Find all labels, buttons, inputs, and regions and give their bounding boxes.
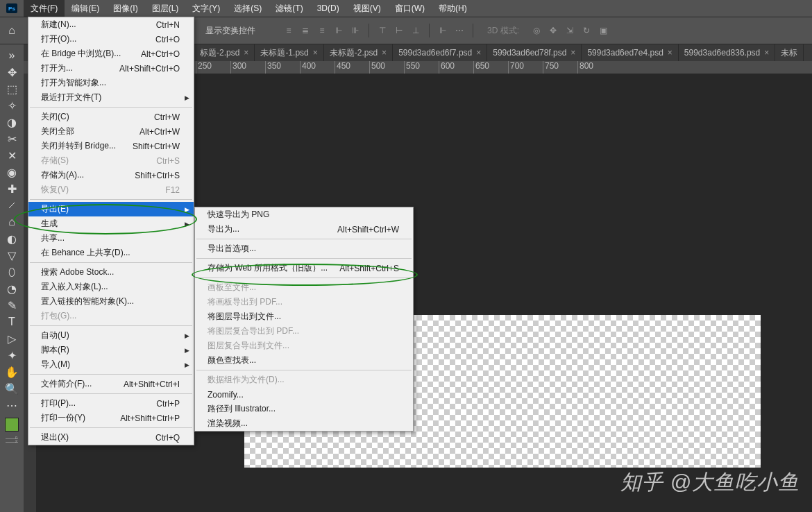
eraser-tool-icon[interactable]: ▽ [1, 247, 22, 264]
doc-tab[interactable]: 未标题-1.psd× [255, 44, 323, 61]
dist-icon[interactable]: ⊤ [375, 23, 390, 38]
menu-edit[interactable]: 编辑(E) [65, 0, 106, 17]
menu-item[interactable]: 最近打开文件(T)▶ [28, 90, 194, 105]
menu-item[interactable]: 打开(O)...Ctrl+O [28, 32, 194, 46]
marquee-tool-icon[interactable]: ⬚ [1, 80, 22, 97]
menu-item[interactable]: 打印一份(Y)Alt+Shift+Ctrl+P [28, 411, 194, 425]
menu-3d[interactable]: 3D(D) [310, 0, 346, 17]
quick-select-tool-icon[interactable]: ◑ [1, 114, 22, 130]
doc-tab[interactable]: 599d3ad6ed78f.psd× [487, 44, 582, 61]
close-icon[interactable]: × [382, 48, 387, 58]
type-tool-icon[interactable]: T [1, 314, 22, 330]
menu-item[interactable]: 打开为智能对象... [28, 76, 194, 90]
blur-tool-icon[interactable]: ◔ [1, 280, 22, 297]
eyedropper-tool-icon[interactable]: ◉ [1, 164, 22, 180]
history-brush-icon[interactable]: ◐ [1, 230, 22, 247]
gradient-tool-icon[interactable]: ⬯ [1, 264, 22, 280]
close-icon[interactable]: × [244, 48, 248, 58]
menu-item[interactable]: 存储为 Web 所用格式（旧版）...Alt+Shift+Ctrl+S [195, 261, 413, 275]
menu-item[interactable]: 导入(M)▶ [28, 357, 194, 372]
dist-icon[interactable]: ⊥ [408, 23, 423, 38]
close-icon[interactable]: × [570, 48, 575, 58]
healing-tool-icon[interactable]: ✚ [1, 180, 22, 197]
extras-icon[interactable]: ⋯ [1, 397, 22, 413]
hand-tool-icon[interactable]: ✋ [1, 364, 22, 380]
menu-item[interactable]: 导出(E)▶ [28, 202, 194, 216]
align-right-icon[interactable]: ≡ [314, 23, 330, 38]
menu-item[interactable]: 存储为(A)...Shift+Ctrl+S [28, 168, 194, 182]
zoom-tool-icon[interactable]: 🔍 [1, 380, 22, 397]
close-icon[interactable]: × [668, 48, 673, 58]
align-left-icon[interactable]: ≡ [281, 23, 296, 38]
menu-item[interactable]: Zoomify... [195, 387, 413, 402]
frame-tool-icon[interactable]: ✕ [1, 147, 22, 164]
close-icon[interactable]: × [313, 48, 318, 58]
doc-tab[interactable]: 599d3ad6ed6f7.psd× [393, 44, 487, 61]
align-center-icon[interactable]: ≣ [298, 23, 313, 38]
menu-help[interactable]: 帮助(H) [432, 0, 474, 17]
menu-item[interactable]: 颜色查找表... [195, 353, 413, 368]
menu-item[interactable]: 脚本(R)▶ [28, 343, 194, 357]
brush-tool-icon[interactable]: ⟋ [1, 197, 22, 214]
menu-item[interactable]: 搜索 Adobe Stock... [28, 265, 194, 280]
menu-window[interactable]: 窗口(W) [388, 0, 432, 17]
menu-item[interactable]: 退出(X)Ctrl+Q [28, 430, 194, 445]
menu-item[interactable]: 生成▶ [28, 216, 194, 231]
dist-icon[interactable]: ⊢ [391, 23, 407, 38]
menu-item[interactable]: 将图层导出到文件... [195, 309, 413, 324]
doc-tab[interactable]: 599d3ad6ed836.psd× [679, 44, 775, 61]
export-submenu-dropdown: 快速导出为 PNG导出为...Alt+Shift+Ctrl+W导出首选项...存… [194, 207, 414, 432]
grip-icon[interactable]: » [1, 47, 22, 64]
menu-item[interactable]: 置入嵌入对象(L)... [28, 280, 194, 294]
rotate-icon[interactable]: ↻ [579, 23, 594, 38]
menu-layer[interactable]: 图层(L) [145, 0, 186, 17]
menu-separator [196, 258, 412, 259]
menu-item[interactable]: 在 Bridge 中浏览(B)...Alt+Ctrl+O [28, 46, 194, 61]
menu-file[interactable]: 文件(F) [24, 0, 65, 17]
pan-icon[interactable]: ✥ [545, 23, 561, 38]
dist-icon[interactable]: ⊩ [435, 23, 450, 38]
more-icon[interactable]: ⋯ [452, 23, 467, 38]
menu-item[interactable]: 关闭并转到 Bridge...Shift+Ctrl+W [28, 139, 194, 153]
fg-color-swatch[interactable] [5, 418, 19, 432]
close-icon[interactable]: × [476, 48, 481, 58]
menu-item[interactable]: 渲染视频... [195, 416, 413, 431]
camera-icon[interactable]: ▣ [595, 23, 611, 38]
shape-tool-icon[interactable]: ✦ [1, 347, 22, 364]
menu-item[interactable]: 导出为...Alt+Shift+Ctrl+W [195, 222, 413, 237]
menu-item[interactable]: 在 Behance 上共享(D)... [28, 246, 194, 260]
menu-item[interactable]: 置入链接的智能对象(K)... [28, 294, 194, 309]
menu-item[interactable]: 关闭(C)Ctrl+W [28, 110, 194, 124]
path-select-tool-icon[interactable]: ▷ [1, 330, 22, 347]
stamp-tool-icon[interactable]: ⌂ [1, 214, 22, 230]
scale-icon[interactable]: ⇲ [562, 23, 577, 38]
home-icon[interactable]: ⌂ [0, 17, 24, 44]
menu-select[interactable]: 选择(S) [227, 0, 269, 17]
menu-filter[interactable]: 滤镜(T) [269, 0, 310, 17]
menu-item[interactable]: 关闭全部Alt+Ctrl+W [28, 124, 194, 139]
menu-item[interactable]: 路径到 Illustrator... [195, 402, 413, 416]
move-tool-icon[interactable]: ✥ [1, 64, 22, 80]
doc-tab[interactable]: 未标 [775, 44, 804, 61]
menu-item[interactable]: 文件简介(F)...Alt+Shift+Ctrl+I [28, 377, 194, 391]
menu-type[interactable]: 文字(Y) [185, 0, 227, 17]
doc-tab[interactable]: 599d3ad6ed7e4.psd× [582, 44, 678, 61]
lasso-tool-icon[interactable]: ✧ [1, 97, 22, 114]
align-icon[interactable]: ⊩ [331, 23, 346, 38]
doc-tab[interactable]: 标题-2.psd× [194, 44, 255, 61]
pen-tool-icon[interactable]: ✎ [1, 297, 22, 314]
align-icon[interactable]: ⊪ [348, 23, 363, 38]
menu-item[interactable]: 自动(U)▶ [28, 328, 194, 343]
doc-tab[interactable]: 未标题-2.psd× [324, 44, 393, 61]
menu-item[interactable]: 打印(P)...Ctrl+P [28, 396, 194, 411]
menu-item[interactable]: 快速导出为 PNG [195, 207, 413, 222]
crop-tool-icon[interactable]: ✂ [1, 130, 22, 147]
close-icon[interactable]: × [764, 48, 769, 58]
menu-item[interactable]: 导出首选项... [195, 241, 413, 256]
orbit-icon[interactable]: ◎ [529, 23, 544, 38]
menu-image[interactable]: 图像(I) [106, 0, 144, 17]
menu-item[interactable]: 打开为...Alt+Shift+Ctrl+O [28, 61, 194, 76]
menu-item[interactable]: 新建(N)...Ctrl+N [28, 17, 194, 32]
menu-item[interactable]: 共享... [28, 231, 194, 246]
menu-view[interactable]: 视图(V) [346, 0, 388, 17]
